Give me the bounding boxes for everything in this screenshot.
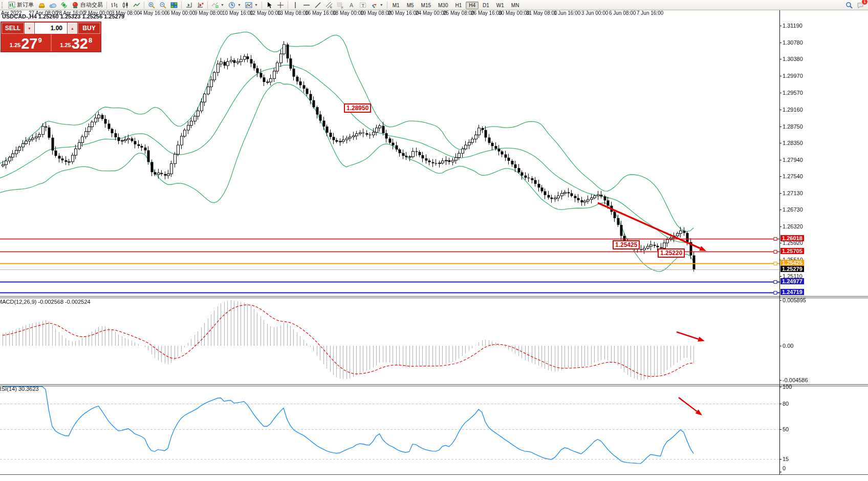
auto-scroll-icon — [185, 2, 192, 9]
trendline-button[interactable] — [312, 0, 323, 10]
indicators-button[interactable]: ▼ — [209, 0, 226, 10]
new-order-icon — [8, 2, 15, 9]
price-level-label: 1.25425 — [780, 260, 804, 266]
dropdown-caret-icon: ▼ — [254, 3, 258, 7]
chart-canvas[interactable] — [0, 10, 868, 481]
price-level-label: 1.26018 — [780, 235, 804, 241]
community-button[interactable] — [47, 0, 58, 10]
tile-windows-icon — [170, 2, 178, 9]
timeframe-H4[interactable]: H4 — [466, 2, 479, 9]
macd-axis-label: 0.00 — [783, 343, 793, 349]
timeframe-M1[interactable]: M1 — [389, 2, 403, 9]
signals-button[interactable] — [58, 0, 70, 10]
macd-indicator-label: MACD(12,26,9) -0.002568 -0.002524 — [0, 299, 91, 305]
price-tick-label: 1.27130 — [783, 190, 803, 196]
price-annotation[interactable]: 1.25425 — [613, 240, 640, 249]
toolbar-drag-handle — [2, 2, 4, 8]
timeframe-D1[interactable]: D1 — [480, 2, 492, 9]
time-axis-label: 6 Jun 08:00 — [609, 10, 636, 16]
zoom-out-button[interactable] — [157, 0, 168, 10]
chart-shift-button[interactable] — [194, 0, 206, 10]
buy-price[interactable]: 1.25 32 8 — [52, 34, 101, 51]
time-axis-label: 24 May 00:00 — [416, 10, 447, 16]
time-axis-label: 30 May 00:00 — [498, 10, 530, 16]
svg-text:A: A — [350, 2, 354, 8]
timeframe-M30[interactable]: M30 — [435, 2, 451, 9]
search-button[interactable] — [843, 0, 855, 10]
time-axis-label: 1 Jun 16:00 — [554, 10, 580, 16]
macd-axis-label: 0.005895 — [783, 297, 806, 303]
auto-scroll-button[interactable] — [183, 0, 194, 10]
text-label-button[interactable]: T — [357, 0, 368, 10]
timeframe-MN[interactable]: MN — [508, 2, 523, 9]
text-button[interactable]: A — [346, 0, 357, 10]
template-icon — [245, 2, 252, 9]
deposit-button[interactable] — [36, 0, 47, 10]
price-tick-label: 1.30780 — [783, 39, 803, 46]
timeframe-M5[interactable]: M5 — [404, 2, 417, 9]
toolbar-separator — [207, 2, 208, 9]
current-price-label: 1.25279 — [780, 266, 804, 272]
order-row: SELL ▼ 1.00 ▲ BUY — [1, 22, 101, 34]
horizontal-line-button[interactable] — [301, 0, 312, 10]
tile-windows-button[interactable] — [168, 0, 180, 10]
timeframe-W1[interactable]: W1 — [493, 2, 507, 9]
price-row: 1.25 27 9 1.25 32 8 — [1, 34, 101, 51]
rsi-axis-label: 100 — [783, 384, 792, 390]
bar-chart-icon — [111, 2, 118, 9]
shapes-arrows-icon — [371, 2, 378, 9]
new-order-button[interactable]: 新订单 — [6, 0, 36, 10]
price-tick-label: 1.29160 — [783, 107, 803, 113]
price-tick-label: 1.28350 — [783, 140, 803, 146]
time-axis-label: 13 May 08:00 — [277, 10, 309, 16]
buy-price-big: 32 — [72, 37, 88, 50]
auto-trading-icon — [72, 2, 79, 9]
line-chart-icon — [133, 2, 140, 9]
one-click-trading-panel: SELL ▼ 1.00 ▲ BUY 1.25 27 9 1.25 32 8 — [1, 22, 101, 52]
time-axis-label: 31 May 08:00 — [526, 10, 557, 16]
price-tick-label: 1.27940 — [783, 157, 803, 163]
dropdown-caret-icon: ▼ — [380, 3, 383, 7]
price-annotation[interactable]: 1.28950 — [344, 103, 371, 113]
toolbar: 新订单 自动交易 — [0, 0, 868, 10]
volume-input[interactable]: 1.00 — [35, 23, 67, 34]
macd-axis-label: -0.004586 — [783, 377, 808, 383]
time-axis-label: 25 May 08:00 — [443, 10, 474, 16]
price-tick-label: 1.29970 — [783, 73, 803, 79]
svg-text:F: F — [341, 6, 343, 9]
buy-price-base: 1.25 — [60, 42, 71, 48]
volume-increase-button[interactable]: ▲ — [68, 23, 77, 34]
auto-trading-button[interactable]: 自动交易 — [70, 0, 105, 10]
time-axis-label: 3 Jun 00:00 — [581, 10, 608, 16]
zoom-out-icon — [159, 2, 166, 9]
bar-chart-button[interactable] — [108, 0, 120, 10]
vertical-line-button[interactable] — [290, 0, 301, 10]
line-chart-button[interactable] — [131, 0, 142, 10]
toolbar-right-group: 1 — [843, 0, 866, 10]
fibonacci-button[interactable]: F — [335, 0, 346, 10]
volume-decrease-button[interactable]: ▼ — [25, 23, 34, 34]
sell-price[interactable]: 1.25 27 9 — [1, 34, 52, 51]
price-tick-label: 1.26320 — [783, 223, 803, 229]
price-tick-label: 1.26730 — [783, 206, 803, 213]
periods-button[interactable]: ▼ — [226, 0, 243, 10]
notifications-button[interactable]: 1 — [855, 0, 866, 10]
time-axis-label: 20 May 16:00 — [388, 10, 419, 16]
candlestick-chart-button[interactable] — [120, 0, 131, 10]
crosshair-button[interactable] — [275, 0, 286, 10]
cursor-icon — [266, 2, 273, 9]
templates-button[interactable]: ▼ — [243, 0, 260, 10]
search-icon — [845, 2, 853, 9]
time-axis-label: 19 May 08:00 — [360, 10, 392, 16]
arrows-button[interactable]: ▼ — [368, 0, 385, 10]
zoom-in-button[interactable] — [146, 0, 157, 10]
cursor-button[interactable] — [264, 0, 275, 10]
price-annotation[interactable]: 1.25220 — [658, 248, 685, 258]
sell-button[interactable]: SELL — [2, 23, 24, 34]
channel-button[interactable]: E — [323, 0, 335, 10]
timeframe-H1[interactable]: H1 — [452, 2, 465, 9]
timeframe-M15[interactable]: M15 — [418, 2, 434, 9]
chart-window: USDCAD-,H4 1.25260 1.25323 1.25256 1.252… — [0, 10, 868, 481]
toolbar-separator — [144, 2, 144, 9]
buy-button[interactable]: BUY — [78, 23, 100, 34]
